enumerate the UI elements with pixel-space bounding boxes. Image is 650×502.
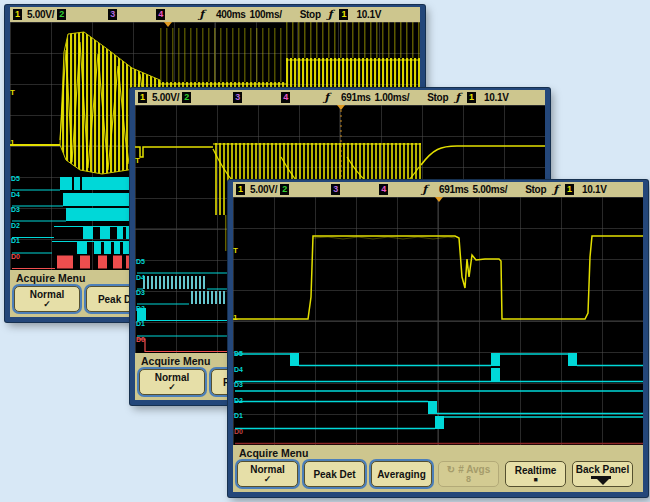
normal-button[interactable]: Normal ✓	[14, 286, 80, 312]
button-label: # Avgs	[458, 464, 490, 475]
channel-2-badge: 2	[280, 184, 289, 195]
digital-label-d3: D3	[136, 289, 145, 296]
channel-1-badge: 1	[236, 184, 245, 195]
status-bar: 1 5.00V/ 2 3 4 ƒ 400ms 100ms/ Stop ƒ 1 1…	[10, 7, 420, 22]
channel-1-badge: 1	[13, 9, 22, 20]
button-label: Peak Det	[313, 469, 355, 480]
num-avgs-button: # Avgs 8	[438, 461, 499, 487]
checkmark-icon: ✓	[43, 300, 51, 309]
digital-label-d1: D1	[11, 237, 20, 244]
trigger-slope-icon: ƒ	[455, 91, 460, 104]
trigger-level-readout: 10.1V	[356, 9, 381, 20]
trigger-source-badge: 1	[565, 184, 574, 195]
menu-title: Acquire Menu	[233, 445, 643, 461]
channel-1-scale: 5.00V/	[27, 9, 54, 20]
trigger-position-icon: ƒ	[324, 91, 329, 104]
digital-label-d1: D1	[234, 412, 243, 419]
trigger-time-marker	[435, 197, 443, 202]
oscilloscope-screenshot-3: 1 5.00V/ 2 3 4 ƒ 691ms 5.00ms/ Stop ƒ 1 …	[228, 180, 648, 497]
trigger-position-icon: ƒ	[199, 8, 204, 21]
timebase-readout: 5.00ms/	[473, 184, 508, 195]
trigger-level-marker: T	[233, 247, 238, 255]
normal-button[interactable]: Normal ✓	[139, 369, 205, 395]
trigger-slope-icon: ƒ	[553, 183, 558, 196]
digital-label-d5: D5	[234, 350, 243, 357]
checkmark-icon: ✓	[168, 383, 176, 392]
digital-label-d3: D3	[11, 206, 20, 213]
channel-3-badge: 3	[233, 92, 242, 103]
digital-label-d2: D2	[136, 305, 145, 312]
back-panel-button[interactable]: Back Panel	[572, 461, 633, 487]
desktop-background: { "background_color": "#d8e8f6", "colors…	[0, 0, 650, 502]
trigger-time-marker	[164, 22, 172, 27]
run-state: Stop	[300, 9, 321, 20]
trigger-level-readout: 10.1V	[484, 92, 509, 103]
digital-label-d2: D2	[11, 222, 20, 229]
digital-label-d0: D0	[234, 428, 243, 435]
delay-readout: 691ms	[439, 184, 469, 195]
channel-1-scale: 5.00V/	[250, 184, 277, 195]
avgs-count-value: 8	[466, 475, 471, 484]
digital-label-d0: D0	[11, 253, 20, 260]
trigger-source-badge: 1	[467, 92, 476, 103]
run-state: Stop	[427, 92, 448, 103]
analog-and-digital-waveforms	[233, 197, 643, 445]
button-label: Realtime	[515, 465, 557, 476]
softkey-menu: Acquire Menu Normal ✓ Peak Det Averaging…	[233, 445, 643, 492]
channel-2-badge: 2	[57, 9, 66, 20]
trigger-position-icon: ƒ	[422, 183, 427, 196]
trigger-time-marker	[337, 105, 345, 110]
normal-button[interactable]: Normal ✓	[237, 461, 298, 487]
checkmark-icon: ✓	[264, 475, 272, 484]
peak-det-button[interactable]: Peak Det	[304, 461, 365, 487]
delay-readout: 691ms	[341, 92, 371, 103]
trigger-source-badge: 1	[339, 9, 348, 20]
return-down-arrow-icon	[591, 476, 615, 485]
channel-1-scale: 5.00V/	[152, 92, 179, 103]
digital-label-d3: D3	[234, 381, 243, 388]
status-bar: 1 5.00V/ 2 3 4 ƒ 691ms 5.00ms/ Stop ƒ 1 …	[233, 182, 643, 197]
timebase-readout: 1.00ms/	[375, 92, 410, 103]
delay-readout: 400ms	[216, 9, 246, 20]
trigger-slope-icon: ƒ	[328, 8, 333, 21]
graticule-area: D5 D4 D3 D2 D1 D0 T 1	[233, 197, 643, 445]
digital-label-d4: D4	[136, 274, 145, 281]
status-bar: 1 5.00V/ 2 3 4 ƒ 691ms 1.00ms/ Stop ƒ 1 …	[135, 90, 545, 105]
channel-2-badge: 2	[182, 92, 191, 103]
channel-3-badge: 3	[331, 184, 340, 195]
digital-label-d4: D4	[234, 366, 243, 373]
channel-1-ground-marker: 1	[10, 139, 14, 147]
digital-label-d5: D5	[136, 258, 145, 265]
digital-label-d4: D4	[11, 191, 20, 198]
channel-4-badge: 4	[281, 92, 290, 103]
trigger-level-marker: T	[10, 89, 15, 97]
digital-label-d0: D0	[136, 336, 145, 343]
indicator-square-icon: ■	[533, 476, 537, 484]
button-label: Averaging	[377, 469, 426, 480]
entry-knob-icon	[447, 464, 455, 475]
realtime-button[interactable]: Realtime ■	[505, 461, 566, 487]
channel-1-badge: 1	[138, 92, 147, 103]
channel-4-badge: 4	[156, 9, 165, 20]
trigger-level-marker: T	[135, 157, 140, 165]
run-state: Stop	[525, 184, 546, 195]
trigger-level-readout: 10.1V	[582, 184, 607, 195]
averaging-button[interactable]: Averaging	[371, 461, 432, 487]
channel-4-badge: 4	[379, 184, 388, 195]
channel-3-badge: 3	[108, 9, 117, 20]
button-label: Back Panel	[576, 464, 629, 475]
digital-label-d1: D1	[136, 320, 145, 327]
digital-label-d2: D2	[234, 397, 243, 404]
digital-label-d5: D5	[11, 175, 20, 182]
timebase-readout: 100ms/	[250, 9, 282, 20]
channel-1-ground-marker: 1	[233, 314, 237, 322]
